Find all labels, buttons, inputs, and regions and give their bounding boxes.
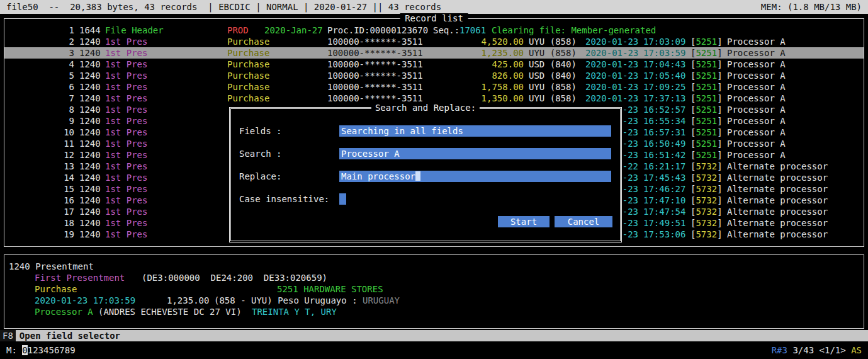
record-number: 17 bbox=[53, 206, 74, 217]
amount: 1,235.00 bbox=[465, 47, 524, 59]
dialog-title: Search and Replace: bbox=[371, 103, 480, 113]
clearing-info: Clearing file: Member-generated bbox=[492, 25, 656, 36]
date: 2020-01-23 bbox=[585, 70, 638, 81]
start-button[interactable]: Start bbox=[498, 216, 550, 227]
record-number: 15 bbox=[53, 183, 74, 195]
file-info: file50 -- 20,383 bytes, 43 records | EBC… bbox=[6, 0, 441, 14]
fields-label: Fields : bbox=[239, 125, 281, 137]
detail-country: URUGUAY bbox=[363, 295, 400, 306]
record-type: 1240 bbox=[79, 47, 101, 59]
record-row[interactable]: 6 1240 1st Pres Purchase 100000-******-3… bbox=[4, 81, 864, 93]
date: 2020-01-23 bbox=[585, 47, 638, 59]
processor-id-value: 5732 bbox=[696, 207, 717, 217]
search-input[interactable]: Processor A bbox=[339, 148, 611, 159]
case-insensitive-label: Case insensitive: bbox=[239, 193, 329, 205]
processor-name: Processor A bbox=[727, 59, 786, 70]
record-number: 19 bbox=[53, 229, 74, 240]
record-type: 1240 bbox=[79, 149, 101, 161]
page-indicator: <1/1> bbox=[820, 345, 846, 355]
case-insensitive-input[interactable] bbox=[339, 193, 346, 205]
processor-name: Processor A bbox=[727, 93, 786, 104]
right-bracket: ] bbox=[717, 127, 722, 137]
record-desc: File Header bbox=[105, 25, 164, 36]
record-desc: 1st Pres bbox=[105, 183, 147, 195]
replace-value: Main processor bbox=[341, 171, 415, 181]
time: 17:49:51 bbox=[643, 217, 685, 229]
detail-processor: Processor A bbox=[35, 306, 93, 317]
detail-line-presentment: First Presentment (DE3:000000 DE24:200 D… bbox=[4, 272, 864, 283]
detail-de-info: (DE3:000000 DE24:200 DE33:020659) bbox=[142, 272, 327, 283]
right-bracket: ] bbox=[717, 184, 722, 194]
transaction-type: Purchase bbox=[227, 36, 269, 47]
message-type-filter[interactable]: M: 0123456789 bbox=[6, 345, 76, 359]
record-number: 8 bbox=[53, 104, 74, 115]
memory-indicator: MEM: (1.8 MB/13 MB) bbox=[761, 0, 862, 14]
right-bracket: ] bbox=[717, 173, 722, 183]
right-bracket: ] bbox=[717, 93, 722, 103]
processor-id: [5251] bbox=[690, 127, 723, 138]
processor-id: [5251] bbox=[690, 36, 723, 47]
processor-name: Alternate processor bbox=[727, 229, 828, 240]
right-bracket: ] bbox=[717, 229, 722, 239]
record-desc: 1st Pres bbox=[105, 115, 147, 127]
processor-id-value: 5251 bbox=[696, 48, 717, 58]
detail-mti: 1240 Presentment bbox=[9, 261, 94, 272]
detail-line-mti: 1240 Presentment bbox=[4, 261, 864, 272]
processor-name: Alternate processor bbox=[727, 206, 828, 217]
date: 2020-01-23 bbox=[585, 93, 638, 104]
record-type: 1240 bbox=[79, 195, 101, 206]
record-row[interactable]: 4 1240 1st Pres Purchase 100000-******-3… bbox=[4, 59, 864, 70]
record-type: 1240 bbox=[79, 183, 101, 195]
currency: USD (840) bbox=[529, 59, 577, 70]
record-row[interactable]: 2 1240 1st Pres Purchase 100000-******-3… bbox=[4, 36, 864, 47]
detail-acquirer: (ANDRES ECHEVESTE DC 27 VI) bbox=[98, 306, 242, 317]
processor-id: [5732] bbox=[690, 172, 723, 183]
record-number: 12 bbox=[53, 149, 74, 161]
replace-input[interactable]: Main processor bbox=[339, 171, 611, 182]
processor-id: [5251] bbox=[690, 81, 723, 93]
record-type: 1644 bbox=[79, 25, 101, 36]
processor-id: [5732] bbox=[690, 183, 723, 195]
record-type: 1240 bbox=[79, 81, 101, 93]
record-number: 18 bbox=[53, 217, 74, 229]
right-bracket: ] bbox=[717, 195, 722, 205]
record-desc: 1st Pres bbox=[105, 195, 147, 206]
record-row[interactable]: 3 1240 1st Pres Purchase 100000-******-3… bbox=[4, 47, 864, 59]
file-header-row[interactable]: 1 1644 File Header PROD 2020-Jan-27 Proc… bbox=[4, 25, 864, 36]
time: 17:03:59 bbox=[643, 47, 685, 59]
detail-line-purchase: Purchase 5251 HARDWARE STORES bbox=[4, 283, 864, 295]
date: 2020-01-23 bbox=[585, 36, 638, 47]
record-type: 1240 bbox=[79, 138, 101, 149]
detail-merchant-category: 5251 HARDWARE STORES bbox=[277, 283, 383, 295]
processor-name: Alternate processor bbox=[727, 172, 828, 183]
processor-id: [5251] bbox=[690, 149, 723, 161]
time: 16:21:17 bbox=[643, 161, 685, 172]
processor-id: [5251] bbox=[690, 70, 723, 81]
detail-currency: (858 - UYU) Peso Uruguayo : bbox=[214, 295, 358, 306]
time: 16:51:42 bbox=[643, 149, 685, 161]
processor-id: [5732] bbox=[690, 229, 723, 240]
record-desc: 1st Pres bbox=[105, 59, 147, 70]
record-type: 1240 bbox=[79, 70, 101, 81]
record-number: 11 bbox=[53, 138, 74, 149]
processor-name: Alternate processor bbox=[727, 195, 828, 206]
record-type: 1240 bbox=[79, 172, 101, 183]
detail-tx-type: Purchase bbox=[35, 283, 77, 295]
filter-label: M: bbox=[6, 345, 22, 355]
transaction-type: Purchase bbox=[227, 59, 269, 70]
record-desc: 1st Pres bbox=[105, 104, 147, 115]
time: 16:50:49 bbox=[643, 138, 685, 149]
detail-presentment-type: First Presentment bbox=[35, 272, 125, 283]
cancel-button[interactable]: Cancel bbox=[555, 216, 612, 227]
processor-name: Processor A bbox=[727, 81, 786, 93]
time: 17:47:54 bbox=[643, 206, 685, 217]
processor-name: Alternate processor bbox=[727, 217, 828, 229]
environment: PROD bbox=[227, 25, 249, 36]
processor-name: Processor A bbox=[727, 149, 786, 161]
record-desc: 1st Pres bbox=[105, 138, 147, 149]
time: 17:45:43 bbox=[643, 172, 685, 183]
record-row[interactable]: 5 1240 1st Pres Purchase 100000-******-3… bbox=[4, 70, 864, 81]
time: 17:03:09 bbox=[643, 36, 685, 47]
amount: 425.00 bbox=[465, 59, 524, 70]
fields-input[interactable]: Searching in all fields bbox=[339, 125, 611, 137]
